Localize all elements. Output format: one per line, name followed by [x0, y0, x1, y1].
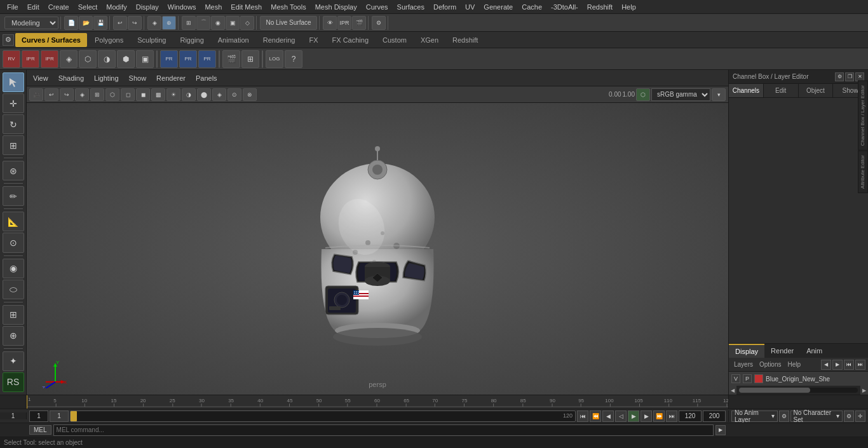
no-live-btn[interactable]: No Live Surface: [260, 16, 317, 30]
lasso-select-left[interactable]: ⬭: [3, 280, 24, 299]
ch-tab-edit[interactable]: Edit: [764, 84, 799, 97]
menu-cache[interactable]: Cache: [517, 2, 546, 12]
vp-frame-all-btn[interactable]: ⊞: [90, 88, 104, 101]
rotate-tool-left[interactable]: ↻: [3, 114, 24, 134]
rs-ipr-btn[interactable]: IPR: [22, 50, 39, 68]
step-fwd-btn[interactable]: ⏩: [653, 411, 665, 422]
rs-ipr2-btn[interactable]: IPR: [41, 50, 58, 68]
menu-generate[interactable]: Generate: [479, 2, 517, 12]
next-key-btn[interactable]: ▶: [641, 411, 652, 422]
vp-undo-btn[interactable]: ↩: [44, 88, 58, 101]
lay-first-btn[interactable]: ⏮: [844, 360, 854, 370]
scroll-track[interactable]: [739, 388, 858, 393]
move-tool-btn[interactable]: ⊕: [162, 16, 176, 30]
lt-display[interactable]: Display: [729, 344, 764, 358]
move-tool-left[interactable]: ✛: [3, 93, 24, 113]
render-icon2[interactable]: ⊞: [241, 50, 259, 68]
redo-btn[interactable]: ↪: [128, 16, 142, 30]
timeline-scrub-handle[interactable]: [71, 411, 77, 421]
script-mode-btn[interactable]: MEL: [29, 425, 51, 435]
lay-prev-btn[interactable]: ◀: [821, 360, 831, 370]
side-tab-channel-box[interactable]: Channel Box / Layer Editor: [858, 81, 868, 151]
tab-rendering[interactable]: Rendering: [257, 33, 302, 47]
anim-layer-dropdown[interactable]: No Anim Layer ▾: [731, 411, 778, 422]
prev-key-btn[interactable]: ◀: [602, 411, 614, 422]
vp-cam-btn[interactable]: 🎥: [29, 88, 43, 101]
layer-color-swatch[interactable]: [754, 374, 763, 383]
tab-fx-caching[interactable]: FX Caching: [326, 33, 375, 47]
lt-anim[interactable]: Anim: [800, 344, 829, 358]
menu-display[interactable]: Display: [132, 2, 163, 12]
lt-render[interactable]: Render: [764, 344, 800, 358]
ipr-btn[interactable]: IPR: [337, 16, 351, 30]
new-file-btn[interactable]: 📄: [64, 16, 78, 30]
snap-together-left[interactable]: ⊕: [3, 326, 24, 346]
vp-menu-shading[interactable]: Shading: [56, 73, 86, 83]
tab-sculpting[interactable]: Sculpting: [131, 33, 172, 47]
sculpt-left[interactable]: ✦: [3, 351, 24, 371]
play-fwd-btn[interactable]: ▶: [628, 411, 639, 422]
panel-close-btn[interactable]: ✕: [855, 72, 864, 81]
tab-polygons[interactable]: Polygons: [88, 33, 130, 47]
menu-help[interactable]: Help: [617, 2, 641, 12]
menu-curves[interactable]: Curves: [362, 2, 393, 12]
show-manip-left[interactable]: ⊙: [3, 233, 24, 252]
vp-texture-btn[interactable]: ▩: [151, 88, 165, 101]
vp-iso-btn[interactable]: ⬡: [105, 88, 119, 101]
transform-constraint-left[interactable]: ⊞: [3, 305, 24, 325]
vp-aa-btn[interactable]: ◈: [212, 88, 226, 101]
timeline-scrub[interactable]: 120: [70, 411, 576, 422]
fps-end-input[interactable]: [703, 411, 726, 422]
rs-icon1[interactable]: ◈: [60, 50, 78, 68]
mel-run-btn[interactable]: ▶: [715, 425, 726, 435]
menu-file[interactable]: File: [3, 2, 23, 12]
viewport-canvas[interactable]: Y X Z persp: [27, 103, 728, 395]
menu-mesh-display[interactable]: Mesh Display: [311, 2, 362, 12]
scale-tool-left[interactable]: ⊞: [3, 135, 24, 155]
ch-tab-channels[interactable]: Channels: [729, 84, 764, 97]
menu-modify[interactable]: Modify: [102, 2, 131, 12]
snap-live-btn[interactable]: ◇: [240, 16, 254, 30]
timeline-main[interactable]: 1 5 10 15 20 25 30 35 40 45 50: [27, 395, 728, 409]
menu-uv[interactable]: UV: [461, 2, 479, 12]
pr-btn2[interactable]: PR: [179, 50, 197, 68]
menu-surfaces[interactable]: Surfaces: [393, 2, 429, 12]
paint-tool-left[interactable]: ✏: [3, 186, 24, 206]
rs-log-btn[interactable]: LOG: [266, 50, 283, 68]
vp-shadow-btn[interactable]: ◑: [182, 88, 196, 101]
tab-custom[interactable]: Custom: [376, 33, 413, 47]
tab-animation[interactable]: Animation: [212, 33, 255, 47]
lay-last-btn[interactable]: ⏭: [855, 360, 865, 370]
snap-point-btn[interactable]: ◉: [211, 16, 225, 30]
mel-input[interactable]: [53, 424, 714, 436]
render-icon1[interactable]: 🎬: [222, 50, 240, 68]
vp-menu-panels[interactable]: Panels: [193, 73, 220, 83]
anim-layer-settings-btn[interactable]: ⚙: [779, 411, 789, 422]
ch-tab-object[interactable]: Object: [799, 84, 834, 97]
tab-redshift[interactable]: Redshift: [446, 33, 484, 47]
rs-icon3[interactable]: ◑: [98, 50, 116, 68]
mode-dropdown[interactable]: Modeling Rigging Animation FX Rendering: [4, 17, 58, 29]
vp-menu-lighting[interactable]: Lighting: [92, 73, 121, 83]
layer-scrollbar[interactable]: ◀ ▶: [729, 386, 868, 395]
rs-icon5[interactable]: ▣: [136, 50, 154, 68]
menu-create[interactable]: Create: [44, 2, 74, 12]
undo-btn[interactable]: ↩: [113, 16, 127, 30]
snap-curve-btn[interactable]: ⌒: [196, 16, 210, 30]
scroll-thumb[interactable]: [739, 388, 810, 393]
open-file-btn[interactable]: 📂: [79, 16, 93, 30]
tab-rigging[interactable]: Rigging: [173, 33, 210, 47]
tab-xgen[interactable]: XGen: [414, 33, 445, 47]
tab-curves-surfaces[interactable]: Curves / Surfaces: [15, 33, 87, 47]
current-frame-input[interactable]: [50, 411, 69, 422]
vp-color-mgmt-btn[interactable]: ⬡: [636, 88, 650, 101]
vp-mb-btn[interactable]: ⊗: [243, 88, 257, 101]
menu-mesh-tools[interactable]: Mesh Tools: [266, 2, 310, 12]
anim-end-input[interactable]: [679, 411, 702, 422]
menu-windows[interactable]: Windows: [163, 2, 201, 12]
render-btn[interactable]: 🎬: [352, 16, 366, 30]
vp-light-btn[interactable]: ☀: [166, 88, 180, 101]
rs-icon4[interactable]: ⬢: [117, 50, 135, 68]
vp-menu-renderer[interactable]: Renderer: [154, 73, 188, 83]
mode-settings-btn[interactable]: ⚙: [3, 34, 14, 46]
